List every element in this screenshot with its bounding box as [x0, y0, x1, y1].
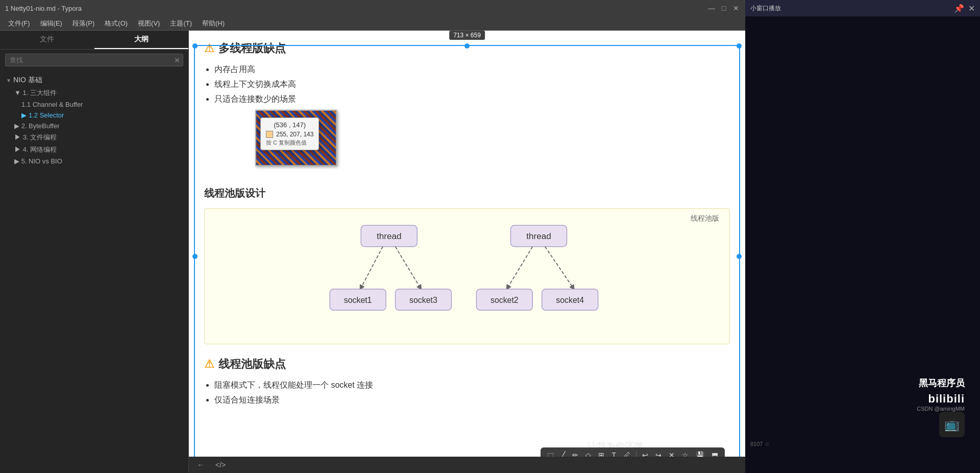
- warning-icon-3: ⚠: [204, 358, 214, 371]
- svg-line-4: [361, 247, 383, 288]
- section1-heading: ⚠ 多线程版缺点: [204, 41, 730, 56]
- right-close-button[interactable]: ✕: [968, 4, 975, 13]
- menu-edit[interactable]: 编辑(E): [36, 18, 66, 29]
- bottom-nav: ← </>: [189, 457, 745, 473]
- menu-theme[interactable]: 主题(T): [166, 18, 196, 29]
- watermark: 黑马程序员 bilibili CSDN @amingMM: [917, 377, 965, 412]
- titlebar: 1 Netty01-nio.md - Typora — □ ✕: [0, 0, 745, 16]
- bullet-item: 只适合连接数少的场景: [214, 94, 730, 105]
- tree-sub-selector[interactable]: ▶ 1.2 Selector: [0, 110, 188, 121]
- section2-title: 线程池版设计: [204, 186, 730, 200]
- sidebar-tree: ▼ NIO 基础 ▼ 1. 三大组件 1.1 Channel & Buffer …: [0, 70, 188, 473]
- thread-pool-diagram: 线程池版 thread thread: [204, 208, 730, 344]
- close-button[interactable]: ✕: [732, 4, 740, 12]
- arrow-icon-file: ▶: [14, 133, 23, 141]
- document-content: ⚠ 多线程版缺点 内存占用高 线程上下文切换成本高 只适合连接数少的场景 (53…: [189, 31, 745, 473]
- tree-item-bytebuffer[interactable]: ▶ 2. ByteBuffer: [0, 121, 188, 131]
- nav-code-icon[interactable]: </>: [212, 460, 229, 470]
- svg-line-6: [507, 247, 532, 288]
- sidebar: 文件 大纲 ✕ ▼ NIO 基础 ▼ 1. 三大组件: [0, 31, 189, 473]
- menu-format[interactable]: 格式(O): [101, 18, 132, 29]
- svg-text:socket1: socket1: [344, 296, 372, 304]
- right-title: 小窗口播放: [750, 4, 781, 13]
- svg-line-5: [395, 247, 420, 288]
- bullets1: 内存占用高 线程上下文切换成本高 只适合连接数少的场景: [214, 64, 730, 105]
- tab-file[interactable]: 文件: [0, 31, 94, 49]
- svg-text:thread: thread: [526, 231, 551, 241]
- minimize-button[interactable]: —: [707, 4, 716, 12]
- app-body: 文件 大纲 ✕ ▼ NIO 基础 ▼ 1. 三大组件: [0, 31, 745, 473]
- bullet3-item2: 仅适合短连接场景: [214, 395, 730, 406]
- watermark-main: 黑马程序员: [917, 377, 965, 389]
- bilibili-tv-icon[interactable]: 📺: [939, 412, 965, 437]
- color-value: 255, 207, 143: [276, 131, 313, 138]
- bili-tv: 📺: [939, 412, 965, 437]
- right-title-controls: 📌 ✕: [954, 4, 975, 13]
- right-panel: 小窗口播放 📌 ✕ 黑马程序员 bilibili CSDN @amingMM 📺…: [745, 0, 980, 473]
- right-pin-button[interactable]: 📌: [954, 4, 964, 13]
- typora-window: 1 Netty01-nio.md - Typora — □ ✕ 文件(F) 编辑…: [0, 0, 745, 473]
- main-content: 713 × 659 ⚠ 多线程版缺点 内存占用高 线程上: [189, 31, 745, 473]
- warning-icon-1: ⚠: [204, 42, 214, 55]
- arrow-icon-nb: ▶: [14, 157, 21, 165]
- tree-section-nio: ▼ NIO 基础 ▼ 1. 三大组件 1.1 Channel & Buffer …: [0, 74, 188, 167]
- bullet3-item1: 阻塞模式下，线程仅能处理一个 socket 连接: [214, 380, 730, 391]
- color-swatch-row: 255, 207, 143: [266, 131, 313, 138]
- color-picker-popup: (536 , 147) 255, 207, 143 按 C 复制颜色值: [260, 117, 319, 150]
- color-swatch: [266, 131, 273, 138]
- arrow-icon: ▼: [14, 89, 22, 97]
- search-input[interactable]: [5, 54, 183, 66]
- nav-left-arrow[interactable]: ←: [194, 460, 207, 470]
- search-close-button[interactable]: ✕: [174, 56, 180, 64]
- section3-title: 线程池版缺点: [218, 357, 286, 372]
- bullet-item: 线程上下文切换成本高: [214, 79, 730, 90]
- section3-heading: ⚠ 线程池版缺点: [204, 357, 730, 372]
- svg-text:socket4: socket4: [556, 296, 584, 304]
- maximize-button[interactable]: □: [720, 4, 728, 12]
- tab-outline[interactable]: 大纲: [94, 31, 189, 49]
- diagram-svg: thread thread socket1: [215, 219, 719, 332]
- menu-file[interactable]: 文件(F): [4, 18, 34, 29]
- svg-line-7: [545, 247, 573, 288]
- tree-sub-channel-buffer[interactable]: 1.1 Channel & Buffer: [0, 99, 188, 110]
- menu-view[interactable]: 视图(V): [134, 18, 164, 29]
- bilibili-sub: CSDN @amingMM: [917, 406, 965, 412]
- window-controls: — □ ✕: [707, 4, 740, 12]
- bullet-item: 内存占用高: [214, 64, 730, 75]
- tree-item-niobio[interactable]: ▶ 5. NIO vs BIO: [0, 156, 188, 167]
- tree-section-title-nio[interactable]: ▼ NIO 基础: [0, 74, 188, 87]
- tree-item-sanda[interactable]: ▼ 1. 三大组件: [0, 87, 188, 99]
- arrow-icon: ▼: [6, 78, 11, 83]
- color-hint: 按 C 复制颜色值: [266, 139, 313, 147]
- menu-paragraph[interactable]: 段落(P): [68, 18, 99, 29]
- menu-help[interactable]: 帮助(H): [198, 18, 229, 29]
- svg-text:socket2: socket2: [491, 296, 519, 304]
- bullets3: 阻塞模式下，线程仅能处理一个 socket 连接 仅适合短连接场景: [214, 380, 730, 406]
- tree-item-file[interactable]: ▶ 3. 文件编程: [0, 131, 188, 144]
- color-coords: (536 , 147): [266, 121, 313, 129]
- tree-item-network[interactable]: ▶ 4. 网络编程: [0, 144, 188, 156]
- arrow-icon-net: ▶: [14, 146, 23, 153]
- bilibili-brand: bilibili: [928, 392, 965, 406]
- svg-text:socket3: socket3: [409, 296, 437, 304]
- svg-text:thread: thread: [377, 231, 402, 241]
- diagram-label: 线程池版: [691, 214, 719, 223]
- section1-title: 多线程版缺点: [218, 41, 286, 56]
- arrow-icon-selector: ▶: [21, 111, 27, 119]
- sidebar-search-container: ✕: [5, 54, 183, 66]
- window-title: 1 Netty01-nio.md - Typora: [5, 5, 82, 12]
- right-titlebar: 小窗口播放 📌 ✕: [745, 0, 980, 16]
- right-content: 黑马程序员 bilibili CSDN @amingMM 📺 8107 ☆: [745, 16, 980, 473]
- menubar: 文件(F) 编辑(E) 段落(P) 格式(O) 视图(V) 主题(T) 帮助(H…: [0, 16, 745, 31]
- arrow-icon-bb: ▶: [14, 122, 21, 130]
- sidebar-tabs: 文件 大纲: [0, 31, 188, 50]
